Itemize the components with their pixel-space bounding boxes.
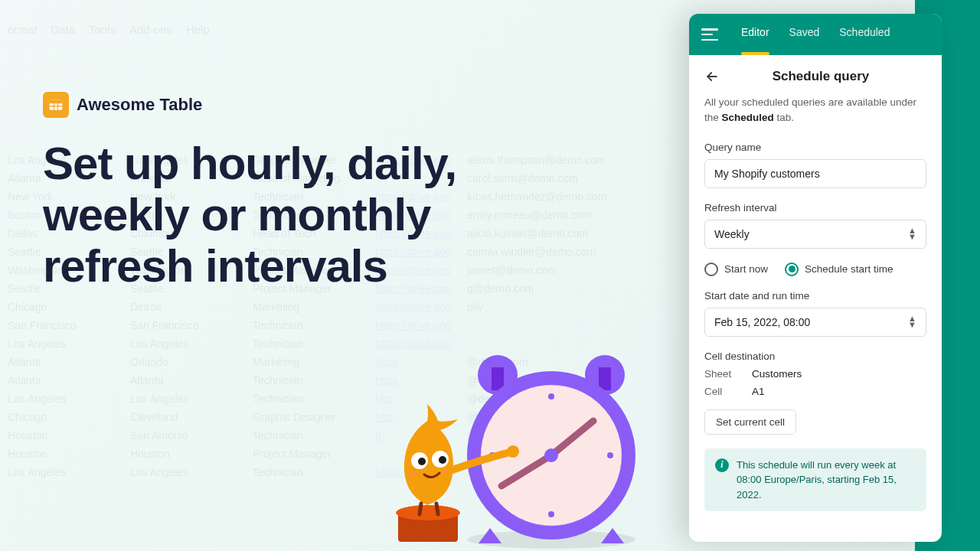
svg-point-14 <box>548 393 554 399</box>
start-date-label: Start date and run time <box>704 290 926 302</box>
schedule-info-text: This schedule will run every week at 08:… <box>737 458 916 503</box>
svg-point-26 <box>439 456 446 464</box>
tab-saved[interactable]: Saved <box>789 23 820 46</box>
cell-destination-label: Cell destination <box>704 350 926 362</box>
hero-headline: Set up hourly, daily, weekly or monthly … <box>43 138 456 292</box>
svg-point-24 <box>418 458 426 465</box>
radio-icon <box>785 262 799 276</box>
subtext-bold: Scheduled <box>722 112 774 123</box>
radio-label: Schedule start time <box>805 263 893 275</box>
query-name-value: My Shopify customers <box>714 168 820 180</box>
chevron-updown-icon: ▲▼ <box>908 316 916 328</box>
start-date-value: Feb 15, 2022, 08:00 <box>714 316 810 328</box>
svg-point-15 <box>607 452 613 458</box>
query-name-input[interactable]: My Shopify customers <box>704 159 926 188</box>
svg-point-29 <box>507 445 519 458</box>
schedule-query-panel: Editor Saved Scheduled Schedule query Al… <box>689 14 942 542</box>
svg-point-20 <box>544 448 558 462</box>
svg-rect-9 <box>492 367 504 390</box>
hero-line: weekly or monthly <box>43 189 456 240</box>
svg-rect-10 <box>599 367 611 390</box>
back-arrow-icon[interactable] <box>704 69 720 84</box>
query-name-label: Query name <box>704 142 926 153</box>
radio-schedule-start-time[interactable]: Schedule start time <box>785 262 893 276</box>
svg-point-22 <box>396 505 460 520</box>
panel-tabs: Editor Saved Scheduled <box>741 23 890 46</box>
start-date-input[interactable]: Feb 15, 2022, 08:00 ▲▼ <box>704 308 926 337</box>
cell-value: A1 <box>752 386 765 397</box>
tab-editor[interactable]: Editor <box>741 23 769 46</box>
svg-point-27 <box>410 471 417 475</box>
set-current-cell-button[interactable]: Set current cell <box>704 409 796 435</box>
radio-icon <box>704 262 718 276</box>
svg-point-16 <box>548 511 554 517</box>
chevron-updown-icon: ▲▼ <box>908 228 916 240</box>
svg-line-30 <box>420 504 421 514</box>
menu-icon[interactable] <box>701 28 718 41</box>
schedule-info-box: i This schedule will run every week at 0… <box>704 448 926 512</box>
info-icon: i <box>715 458 729 472</box>
awesome-table-logo-icon <box>43 92 69 118</box>
refresh-interval-label: Refresh interval <box>704 202 926 214</box>
brand-logo-block: Awesome Table <box>43 92 202 118</box>
subtext-part: tab. <box>774 112 794 123</box>
tab-scheduled[interactable]: Scheduled <box>839 23 890 46</box>
refresh-interval-value: Weekly <box>714 228 750 240</box>
brand-name: Awesome Table <box>77 95 202 115</box>
panel-title: Schedule query <box>730 69 911 84</box>
hero-line: Set up hourly, daily, <box>43 138 456 189</box>
refresh-interval-select[interactable]: Weekly ▲▼ <box>704 220 926 249</box>
svg-line-31 <box>436 504 438 514</box>
radio-start-now[interactable]: Start now <box>704 262 768 276</box>
sheet-label: Sheet <box>704 368 738 380</box>
sheet-value: Customers <box>752 368 802 380</box>
clock-mascot-illustration <box>368 314 658 551</box>
panel-header: Editor Saved Scheduled <box>689 14 942 55</box>
cell-label: Cell <box>704 386 738 397</box>
panel-subtext: All your scheduled queries are available… <box>704 95 926 126</box>
radio-label: Start now <box>724 263 768 275</box>
hero-line: refresh intervals <box>43 240 456 292</box>
